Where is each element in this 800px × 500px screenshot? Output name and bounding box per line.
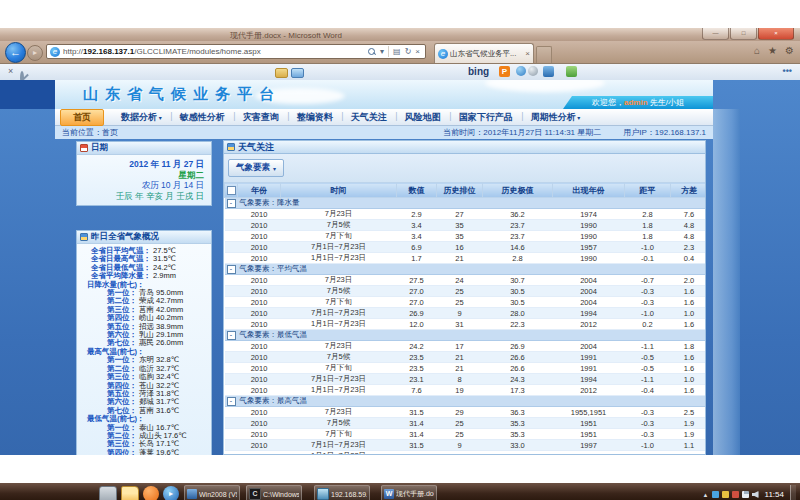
tab-close-icon[interactable]: ×: [525, 49, 530, 58]
clock[interactable]: 11:54: [765, 490, 784, 499]
col-value[interactable]: 数值: [397, 183, 437, 198]
table-row[interactable]: 20107月下旬31.425 35.31951-0.31.9: [225, 429, 707, 440]
cmd-icon: C: [249, 488, 261, 500]
stop-icon[interactable]: ×: [415, 47, 420, 56]
network-icon[interactable]: [742, 491, 749, 498]
explorer-folder-icon[interactable]: [121, 486, 139, 500]
minimize-button[interactable]: —: [702, 28, 729, 40]
table-row[interactable]: 20107月1日~7月23日23.18 24.31994-1.11.0: [225, 374, 707, 385]
pinned-app-icon[interactable]: [143, 486, 159, 500]
nav-item[interactable]: 国家下行产品: [450, 111, 522, 124]
close-button[interactable]: ×: [758, 28, 794, 40]
settings-gear-icon[interactable]: ⚙: [785, 45, 794, 56]
table-row[interactable]: 20107月5候31.425 35.31951-0.31.9: [225, 418, 707, 429]
favorites-star-icon[interactable]: ★: [768, 45, 777, 56]
table-row[interactable]: 20107月1日~7月23日26.99 28.01994-1.01.0: [225, 308, 707, 319]
nav-item[interactable]: 数据分析 ▾: [112, 111, 171, 124]
table-row[interactable]: 20107月下旬23.521 26.61991-0.51.6: [225, 363, 707, 374]
close-pane-icon[interactable]: ×: [8, 66, 13, 76]
tray-app-icon[interactable]: [712, 491, 719, 498]
date-panel-body: 2012 年 11 月 27 日 星期二 农历 10 月 14 日 壬辰 年 辛…: [77, 155, 211, 201]
new-tab-button[interactable]: [536, 46, 552, 63]
nav-item[interactable]: 整编资料: [288, 111, 342, 124]
browser-tab[interactable]: e 山东省气候业务平... ×: [434, 43, 534, 63]
home-icon[interactable]: ⌂: [754, 45, 760, 56]
select-all-checkbox[interactable]: [227, 186, 236, 195]
bing-badge-icon[interactable]: P: [499, 66, 510, 77]
page-left-margin: [0, 80, 55, 109]
table-row[interactable]: 20101月1日~7月23日12.031 22.320120.21.6: [225, 319, 707, 330]
mail-send-icon[interactable]: [291, 68, 304, 78]
table-row[interactable]: 20107月23日2.927 36.219742.87.6: [225, 209, 707, 220]
col-extreme[interactable]: 历史极值: [483, 183, 553, 198]
refresh-icon[interactable]: ↻: [405, 47, 412, 56]
taskbar-button-remote[interactable]: 192.168.59.99...: [314, 485, 370, 500]
col-extreme-year[interactable]: 出现年份: [553, 183, 625, 198]
collapse-icon[interactable]: -: [227, 265, 236, 274]
tray-app-icon[interactable]: [722, 491, 729, 498]
table-row[interactable]: 20101月1日~7月23日17.4: [225, 451, 707, 456]
nav-item[interactable]: 周期性分析 ▾: [522, 111, 590, 124]
show-hidden-icons-arrow[interactable]: ▲: [703, 492, 709, 498]
messenger-icon[interactable]: [516, 66, 526, 76]
page-scroll-strip[interactable]: [713, 109, 740, 455]
table-row[interactable]: 20107月1日~7月23日31.59 33.01997-1.01.1: [225, 440, 707, 451]
nav-item[interactable]: 灾害查询: [234, 111, 288, 124]
element-filter-button[interactable]: 气象要素▾: [228, 159, 284, 177]
taskbar-button-cmd[interactable]: C C:\Windows\s...: [246, 485, 302, 500]
compatibility-view-icon[interactable]: ▤: [393, 47, 401, 56]
forward-button[interactable]: ▸: [27, 45, 43, 61]
action-center-flag-icon[interactable]: [732, 491, 739, 498]
group-row-avg-temp[interactable]: - 气象要素：平均气温: [225, 264, 707, 275]
media-player-icon[interactable]: ▸: [163, 486, 179, 500]
table-row[interactable]: 20107月23日31.529 36.31955,1951-0.32.5: [225, 407, 707, 418]
collapse-icon[interactable]: -: [227, 331, 236, 340]
back-button[interactable]: ←: [5, 42, 26, 63]
collapse-icon[interactable]: -: [227, 397, 236, 406]
username: admin: [624, 98, 648, 107]
table-row[interactable]: 20107月5候23.521 26.61991-0.51.6: [225, 352, 707, 363]
bing-logo[interactable]: bing: [468, 66, 489, 77]
address-bar[interactable]: e http://192.168.137.1/GLCCLIMATE/module…: [46, 44, 426, 59]
collapse-icon[interactable]: -: [227, 199, 236, 208]
group-row-max-temp[interactable]: - 气象要素：最高气温: [225, 396, 707, 407]
col-variance[interactable]: 方差: [671, 183, 707, 198]
table-row[interactable]: 20107月5候27.025 30.52004-0.31.6: [225, 286, 707, 297]
taskbar-button-vs[interactable]: Win2008 (VS2...: [184, 485, 240, 500]
col-time[interactable]: 时间: [281, 183, 397, 198]
table-row[interactable]: 20107月23日24.217 26.92004-1.11.8: [225, 341, 707, 352]
screenshot-stage: 现代手册.docx - Microsoft Word — □ × ← ▸ e h…: [0, 0, 800, 500]
nav-item[interactable]: 首页: [60, 109, 104, 126]
share-icon[interactable]: [543, 66, 554, 77]
table-row[interactable]: 20107月5候3.435 23.719901.84.8: [225, 220, 707, 231]
maximize-button[interactable]: □: [730, 28, 757, 40]
taskbar-button-word[interactable]: W 现代手册.docx ...: [381, 485, 437, 500]
table-row[interactable]: 20101月1日~7月23日7.619 17.32012-0.41.6: [225, 385, 707, 396]
table-row[interactable]: 20101月1日~7月23日1.721 2.81990-0.10.4: [225, 253, 707, 264]
addon-icon[interactable]: [566, 66, 577, 77]
table-row[interactable]: 20107月下旬3.435 23.719901.84.8: [225, 231, 707, 242]
table-row[interactable]: 20107月下旬27.025 30.52004-0.31.6: [225, 297, 707, 308]
nav-item[interactable]: 天气关注: [342, 111, 396, 124]
show-desktop-button[interactable]: [790, 485, 796, 500]
overflow-dots-icon[interactable]: •••: [783, 66, 792, 76]
contact-icon[interactable]: [528, 66, 538, 76]
volume-icon[interactable]: [752, 491, 759, 498]
search-dropdown-arrow[interactable]: ▾: [380, 47, 384, 56]
rank-line: 第四位：蓬莱 19.6℃: [77, 449, 209, 455]
nav-item[interactable]: 风险地图: [396, 111, 450, 124]
col-rank[interactable]: 历史排位: [437, 183, 483, 198]
col-year[interactable]: 年份: [238, 183, 281, 198]
cards-icon[interactable]: [275, 68, 288, 78]
solar-date: 2012 年 11 月 27 日: [77, 159, 204, 170]
table-row[interactable]: 20107月23日27.524 30.72004-0.72.0: [225, 275, 707, 286]
nav-item[interactable]: 敏感性分析: [171, 111, 234, 124]
weather-panel-body: 全省日平均气温：27.5℃ 全省日最高气温：31.5℃ 全省日最低气温：24.2…: [77, 244, 211, 455]
col-anomaly[interactable]: 距平: [625, 183, 671, 198]
pinned-window-icon[interactable]: [99, 486, 117, 500]
group-row-min-temp[interactable]: - 气象要素：最低气温: [225, 330, 707, 341]
search-icon[interactable]: [368, 48, 376, 56]
group-row-precip[interactable]: - 气象要素：降水量: [225, 198, 707, 209]
background-window-title: 现代手册.docx - Microsoft Word: [230, 30, 342, 41]
table-row[interactable]: 20107月1日~7月23日6.916 14.61957-1.02.3: [225, 242, 707, 253]
